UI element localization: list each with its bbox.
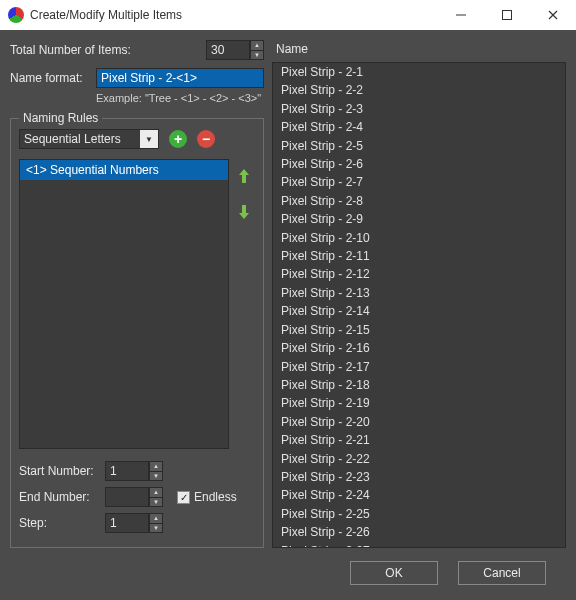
name-list-item[interactable]: Pixel Strip - 2-7 [273,173,565,191]
end-number-up[interactable]: ▲ [149,487,163,497]
rule-list-item[interactable]: <1> Sequential Numbers [20,160,228,180]
name-listbox[interactable]: Pixel Strip - 2-1Pixel Strip - 2-2Pixel … [272,62,566,548]
start-number-down[interactable]: ▼ [149,471,163,482]
dialog-footer: OK Cancel [0,554,576,600]
start-number-spinner[interactable]: ▲▼ [105,461,163,481]
app-icon [8,7,24,23]
right-panel: Name Pixel Strip - 2-1Pixel Strip - 2-2P… [272,40,566,548]
name-list-item[interactable]: Pixel Strip - 2-21 [273,431,565,449]
total-items-label: Total Number of Items: [10,43,200,57]
close-button[interactable] [530,0,576,30]
start-number-up[interactable]: ▲ [149,461,163,471]
name-list-item[interactable]: Pixel Strip - 2-9 [273,210,565,228]
name-list-item[interactable]: Pixel Strip - 2-19 [273,394,565,412]
chevron-down-icon: ▼ [140,130,158,148]
move-down-button[interactable] [237,203,251,221]
name-format-input[interactable] [96,68,264,88]
svg-rect-0 [456,15,466,16]
name-list-item[interactable]: Pixel Strip - 2-2 [273,81,565,99]
total-items-up[interactable]: ▲ [250,40,264,50]
total-items-input[interactable] [206,40,250,60]
name-list-item[interactable]: Pixel Strip - 2-4 [273,118,565,136]
add-rule-button[interactable]: + [169,130,187,148]
end-number-label: End Number: [19,490,99,504]
name-list-item[interactable]: Pixel Strip - 2-8 [273,192,565,210]
cancel-button[interactable]: Cancel [458,561,546,585]
name-list-item[interactable]: Pixel Strip - 2-12 [273,265,565,283]
step-down[interactable]: ▼ [149,523,163,534]
move-up-button[interactable] [237,167,251,185]
check-icon: ✓ [177,491,190,504]
end-number-down[interactable]: ▼ [149,497,163,508]
name-list-item[interactable]: Pixel Strip - 2-16 [273,339,565,357]
name-list-item[interactable]: Pixel Strip - 2-25 [273,505,565,523]
total-items-down[interactable]: ▼ [250,50,264,61]
step-label: Step: [19,516,99,530]
step-input[interactable] [105,513,149,533]
left-panel: Total Number of Items: ▲ ▼ Name format: … [10,40,264,548]
name-format-example: Example: "Tree - <1> - <2> - <3>" [96,92,261,104]
maximize-button[interactable] [484,0,530,30]
name-list-item[interactable]: Pixel Strip - 2-6 [273,155,565,173]
name-list-item[interactable]: Pixel Strip - 2-27 [273,542,565,548]
name-list-item[interactable]: Pixel Strip - 2-18 [273,376,565,394]
end-number-input[interactable] [105,487,149,507]
step-up[interactable]: ▲ [149,513,163,523]
name-list-item[interactable]: Pixel Strip - 2-5 [273,137,565,155]
dialog-window: Create/Modify Multiple Items Total Numbe… [0,0,576,600]
name-list-item[interactable]: Pixel Strip - 2-20 [273,413,565,431]
ok-button[interactable]: OK [350,561,438,585]
name-list-item[interactable]: Pixel Strip - 2-26 [273,523,565,541]
name-list-item[interactable]: Pixel Strip - 2-22 [273,450,565,468]
endless-checkbox[interactable]: ✓ Endless [177,490,237,504]
name-list-item[interactable]: Pixel Strip - 2-17 [273,358,565,376]
svg-rect-1 [503,11,512,20]
start-number-input[interactable] [105,461,149,481]
name-list-item[interactable]: Pixel Strip - 2-14 [273,302,565,320]
name-list-item[interactable]: Pixel Strip - 2-15 [273,321,565,339]
window-title: Create/Modify Multiple Items [30,8,438,22]
step-spinner[interactable]: ▲▼ [105,513,163,533]
rule-type-selected: Sequential Letters [20,132,140,146]
end-number-spinner[interactable]: ▲▼ [105,487,163,507]
name-format-label: Name format: [10,71,90,85]
start-number-label: Start Number: [19,464,99,478]
name-list-header: Name [272,40,566,62]
name-list-item[interactable]: Pixel Strip - 2-13 [273,284,565,302]
name-list-item[interactable]: Pixel Strip - 2-3 [273,100,565,118]
rule-type-combo[interactable]: Sequential Letters ▼ [19,129,159,149]
endless-label: Endless [194,490,237,504]
remove-rule-button[interactable]: − [197,130,215,148]
name-list-item[interactable]: Pixel Strip - 2-10 [273,229,565,247]
total-items-spinner[interactable]: ▲ ▼ [206,40,264,60]
name-list-item[interactable]: Pixel Strip - 2-23 [273,468,565,486]
minimize-button[interactable] [438,0,484,30]
name-list-item[interactable]: Pixel Strip - 2-24 [273,486,565,504]
name-list-item[interactable]: Pixel Strip - 2-11 [273,247,565,265]
rule-listbox[interactable]: <1> Sequential Numbers [19,159,229,449]
name-list-item[interactable]: Pixel Strip - 2-1 [273,63,565,81]
titlebar: Create/Modify Multiple Items [0,0,576,30]
naming-rules-legend: Naming Rules [19,111,102,125]
content-area: Total Number of Items: ▲ ▼ Name format: … [0,30,576,554]
naming-rules-group: Naming Rules Sequential Letters ▼ + − <1… [10,118,264,548]
